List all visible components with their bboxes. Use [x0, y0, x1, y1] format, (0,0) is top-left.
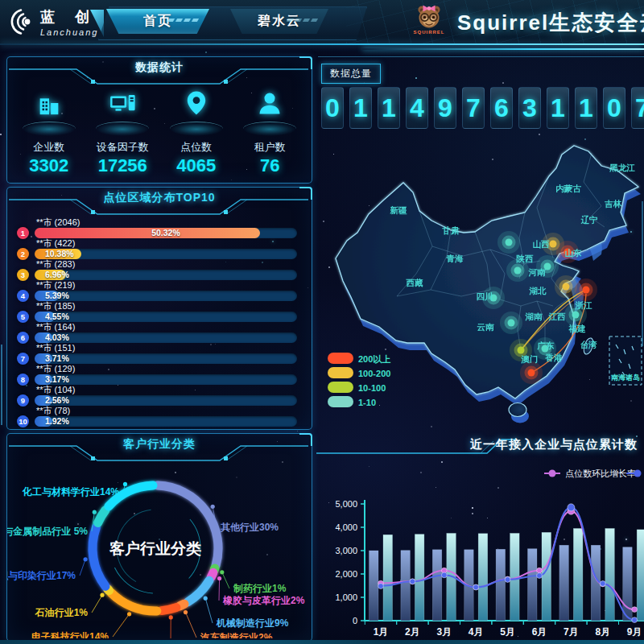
province-label: 香港 [545, 353, 564, 362]
top10-bar-line: 36.96% [17, 270, 297, 280]
rank-badge: 9 [17, 394, 29, 407]
bar-percent-label: 3.17% [45, 374, 69, 385]
growth-line-blue-point [600, 581, 605, 587]
top10-row-label: **市 (78) [36, 406, 297, 416]
top10-row-label: **市 (422) [36, 238, 297, 249]
top10-row: **市 (78)101.92% [17, 406, 297, 427]
donut-connector-dot [123, 482, 127, 486]
bar-track: 3.71% [35, 353, 297, 364]
map-legend-label: 10-100 [358, 383, 386, 393]
top10-row: **市 (185)54.55% [17, 301, 297, 322]
stat-pedestal [23, 122, 76, 136]
y-tick-label: 1,000 [335, 592, 357, 602]
star [415, 77, 417, 79]
province-label: 黑龙江 [609, 163, 635, 172]
donut-connector-dot [204, 597, 208, 601]
squirrel-mascot: SQUIRREL [407, 2, 452, 35]
top10-bar-line: 73.71% [17, 353, 297, 364]
header-dot [224, 456, 228, 460]
data-total-counter: 011497631107 [321, 87, 644, 129]
counter-digit: 1 [575, 87, 597, 129]
province-label: 云南 [477, 322, 495, 332]
top10-row: **市 (104)92.56% [17, 385, 297, 406]
heat-bubble-core [528, 369, 535, 377]
stat-label: 租户数 [234, 140, 305, 155]
header-dot [91, 210, 95, 214]
panel-industry-donut: 客户行业分类 其他行业30%制药行业1%橡胶与皮革行业2%机械制造行业9%汽车制… [6, 433, 312, 642]
stat-label: 企业数 [14, 140, 85, 155]
dashboard-root: 蓝 创 Lanchuang 首页 碧水云 SQUIRREL Squirrel生态… [0, 0, 644, 644]
star [0, 134, 2, 135]
map-legend-swatch[interactable] [328, 353, 353, 364]
y-tick-label: 3,000 [335, 546, 357, 555]
rank-badge: 3 [17, 269, 29, 281]
star [205, 52, 207, 53]
province-label: 陕西 [517, 254, 535, 263]
top10-row: **市 (129)83.17% [17, 364, 297, 385]
top10-row-label: **市 (219) [36, 280, 297, 291]
map-legend-swatch[interactable] [328, 396, 353, 407]
bar-track: 50.32% [35, 228, 297, 238]
stat-label: 点位数 [161, 140, 232, 155]
map-legend-swatch[interactable] [328, 367, 353, 378]
province-label: 福建 [568, 324, 587, 333]
y-tick-label: 4,000 [335, 522, 357, 532]
top10-bar-line: 150.32% [17, 228, 297, 238]
bar-track: 2.56% [35, 395, 297, 406]
counter-digit: 4 [406, 87, 428, 129]
bar-percent-label: 2.56% [45, 395, 69, 406]
tab-corner-dashes [166, 10, 198, 25]
top10-row-label: **市 (185) [36, 301, 297, 312]
province-label: 四川 [477, 291, 493, 301]
counter-digit: 1 [378, 87, 400, 129]
right-edge-decor [642, 201, 643, 346]
top10-bar-line: 64.03% [17, 332, 297, 343]
location-pin-icon [183, 89, 210, 117]
donut-label-connector [92, 595, 102, 613]
donut-segment-label: 制药行业1% [233, 583, 287, 594]
top10-row-label: **市 (129) [36, 364, 297, 374]
header-bar: 蓝 创 Lanchuang 首页 碧水云 SQUIRREL Squirrel生态… [0, 0, 644, 45]
device-icon [109, 89, 136, 117]
province-label: 山东 [565, 248, 583, 258]
hainan-island [509, 403, 526, 417]
top10-row-label: **市 (283) [36, 259, 297, 270]
stat-icon-wrap [14, 88, 85, 138]
legend-dot[interactable] [549, 470, 556, 477]
panel-data-statistics: 数据统计 企业数3302设备因子数17256点位数4065租户数76 [6, 56, 312, 184]
province-label: 吉林 [605, 199, 623, 208]
left-edge-decor [1, 345, 2, 425]
counter-digit: 0 [603, 87, 625, 129]
legend-dot-2[interactable] [634, 470, 642, 477]
province-label: 青海 [446, 254, 464, 263]
growth-combo-chart: 点位数环比增长率01,0002,0003,0004,0005,0001月2月3月… [316, 429, 644, 640]
rank-badge: 2 [17, 248, 29, 260]
heat-bubble-core [508, 320, 515, 327]
top10-bar-line: 210.38% [17, 249, 297, 259]
map-legend-swatch[interactable] [328, 382, 353, 393]
donut-connector-dot [93, 510, 97, 514]
y-tick-label: 0 [353, 616, 357, 625]
growth-line-blue-point [568, 504, 575, 511]
industry-donut-chart: 其他行业30%制药行业1%橡胶与皮革行业2%机械制造行业9%汽车制造行业2%涂层… [7, 461, 310, 638]
donut-label-connector [186, 613, 197, 638]
counter-digit: 0 [321, 87, 344, 129]
tab-bishuiyun[interactable]: 碧水云 [230, 9, 328, 34]
bar-blue [401, 551, 411, 621]
province-label: 甘肃 [442, 225, 460, 235]
page-title: Squirrel生态安全云平台 [457, 9, 644, 37]
bar-track: 4.55% [35, 312, 297, 322]
heat-bubble-core [518, 347, 525, 354]
stats-grid: 企业数3302设备因子数17256点位数4065租户数76 [7, 85, 312, 176]
donut-label-connector [113, 614, 130, 637]
donut-connector-dot [217, 576, 221, 580]
top10-row: **市 (219)45.39% [17, 280, 297, 301]
donut-segment-label: 其他行业30% [220, 522, 279, 533]
top10-bar-line: 101.92% [17, 416, 297, 427]
tab-home[interactable]: 首页 [106, 9, 209, 34]
top10-row: **市 (2046)150.32% [17, 217, 297, 238]
bar-cyan [542, 532, 551, 621]
top10-row-label: **市 (2046) [36, 217, 297, 228]
sea-inset-label: 南海诸岛 [611, 374, 640, 382]
stat-pedestal [243, 122, 296, 136]
